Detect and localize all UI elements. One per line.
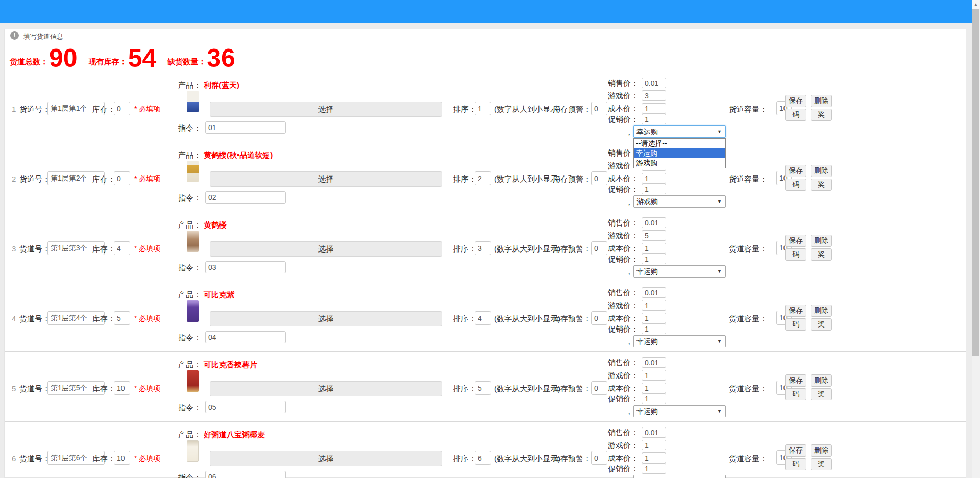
delete-button[interactable]: 删除	[811, 95, 832, 107]
scrollbar-thumb[interactable]	[972, 9, 979, 356]
cost-price-input[interactable]	[642, 103, 666, 114]
sort-input[interactable]	[475, 381, 491, 395]
prize-button[interactable]: 奖	[811, 248, 832, 261]
prize-button[interactable]: 奖	[811, 109, 832, 121]
sale-price-input[interactable]	[642, 78, 666, 88]
code-button[interactable]: 码	[785, 318, 806, 331]
save-button[interactable]: 保存	[785, 305, 806, 317]
code-button[interactable]: 码	[785, 458, 806, 470]
code-button[interactable]: 码	[785, 388, 806, 400]
prize-button[interactable]: 奖	[811, 179, 832, 191]
delete-button[interactable]: 删除	[811, 235, 832, 247]
sort-label: 排序：	[453, 244, 476, 254]
save-button[interactable]: 保存	[785, 374, 806, 387]
stock-label: 库存：	[92, 105, 115, 114]
promo-price-input[interactable]	[642, 114, 666, 124]
prize-button[interactable]: 奖	[811, 318, 832, 331]
game-price-input[interactable]	[642, 440, 666, 450]
prize-button[interactable]: 奖	[811, 388, 832, 400]
slot-row: 6 货道号： 库存： * 必填项 产品： 好粥道八宝粥椰麦 选择 指令： 排序：…	[5, 422, 966, 478]
promo-price-input[interactable]	[642, 254, 666, 264]
sort-input[interactable]	[475, 241, 491, 255]
delete-button[interactable]: 删除	[811, 165, 832, 177]
sale-price-label: 销售价：	[603, 79, 639, 88]
sale-price-input[interactable]	[642, 217, 666, 228]
sort-input[interactable]	[475, 311, 491, 325]
dropdown-option[interactable]: 游戏购	[634, 158, 725, 168]
slot-row: 3 货道号： 库存： * 必填项 产品： 黄鹤楼 选择 指令： 排序： (数字从…	[5, 212, 966, 282]
code-button[interactable]: 码	[785, 179, 806, 191]
mode-select[interactable]: 幸运购 ▼	[633, 405, 726, 417]
promo-price-input[interactable]	[642, 184, 666, 194]
select-product-button[interactable]: 选择	[210, 241, 442, 257]
product-label: 产品：	[178, 150, 201, 160]
mode-select-value: 幸运购	[636, 337, 658, 346]
sale-price-input[interactable]	[642, 427, 666, 438]
save-button[interactable]: 保存	[785, 95, 806, 107]
mode-select[interactable]: 幸运购 ▼	[633, 335, 726, 347]
mode-select-value: 幸运购	[636, 128, 658, 137]
promo-price-label: 促销价：	[603, 115, 639, 124]
select-product-button[interactable]: 选择	[210, 171, 442, 187]
cost-price-input[interactable]	[642, 243, 666, 254]
sale-price-label: 销售价：	[603, 288, 639, 298]
promo-price-input[interactable]	[642, 393, 666, 404]
comma-separator: ，	[625, 267, 633, 277]
required-note: * 必填项	[134, 314, 160, 323]
mode-select[interactable]: 幸运购 ▼	[633, 265, 726, 278]
dropdown-option[interactable]: --请选择--	[634, 139, 725, 148]
delete-button[interactable]: 删除	[811, 374, 832, 387]
select-product-button[interactable]: 选择	[210, 311, 442, 326]
dropdown-option-selected[interactable]: 幸运购	[634, 148, 725, 158]
capacity-label: 货道容量：	[729, 454, 767, 464]
cost-price-input[interactable]	[642, 173, 666, 184]
game-price-input[interactable]	[642, 90, 666, 101]
stock-input[interactable]	[114, 381, 130, 395]
delete-button[interactable]: 删除	[811, 305, 832, 317]
delete-button[interactable]: 删除	[811, 444, 832, 457]
sort-input[interactable]	[475, 171, 491, 185]
sort-label: 排序：	[453, 105, 476, 114]
sort-input[interactable]	[475, 102, 491, 115]
cost-price-input[interactable]	[642, 313, 666, 323]
sale-price-input[interactable]	[642, 357, 666, 368]
command-input[interactable]	[205, 331, 286, 343]
select-product-button[interactable]: 选择	[210, 381, 442, 396]
mode-select[interactable]: 游戏购 ▼	[633, 195, 726, 208]
save-button[interactable]: 保存	[785, 235, 806, 247]
product-image	[187, 91, 199, 112]
stock-input[interactable]	[114, 102, 130, 115]
sale-price-input[interactable]	[642, 287, 666, 298]
save-button[interactable]: 保存	[785, 165, 806, 177]
stock-input[interactable]	[114, 311, 130, 325]
command-input[interactable]	[205, 121, 286, 134]
code-button[interactable]: 码	[785, 109, 806, 121]
save-button[interactable]: 保存	[785, 444, 806, 457]
sort-input[interactable]	[475, 451, 491, 465]
prize-button[interactable]: 奖	[811, 458, 832, 470]
command-input[interactable]	[205, 191, 286, 204]
promo-price-input[interactable]	[642, 463, 666, 474]
stock-input[interactable]	[114, 451, 130, 465]
mode-select[interactable]: ▼	[633, 475, 726, 478]
command-input[interactable]	[205, 401, 286, 413]
game-price-input[interactable]	[642, 230, 666, 241]
cost-price-input[interactable]	[642, 383, 666, 393]
mode-select[interactable]: 幸运购 ▼	[633, 125, 726, 138]
row-number: 1	[12, 105, 16, 113]
command-input[interactable]	[205, 471, 286, 478]
scroll-up-button[interactable]: ▲	[972, 0, 980, 9]
game-price-input[interactable]	[642, 370, 666, 381]
select-product-button[interactable]: 选择	[210, 451, 442, 466]
stock-input[interactable]	[114, 241, 130, 255]
command-input[interactable]	[205, 261, 286, 273]
select-product-button[interactable]: 选择	[210, 102, 442, 117]
promo-price-input[interactable]	[642, 323, 666, 334]
stock-input[interactable]	[114, 171, 130, 185]
sort-hint: (数字从大到小显示)	[494, 384, 560, 394]
scrollbar[interactable]: ▲	[972, 0, 980, 478]
game-price-input[interactable]	[642, 300, 666, 311]
product-label: 产品：	[178, 81, 201, 90]
cost-price-input[interactable]	[642, 452, 666, 463]
code-button[interactable]: 码	[785, 248, 806, 261]
